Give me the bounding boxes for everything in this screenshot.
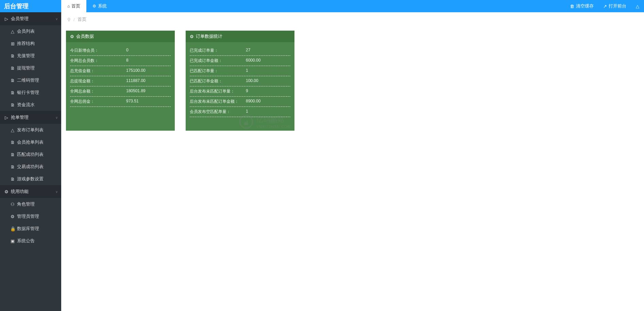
header-right: 🗑清空缓存↗打开前台△ [565,0,644,12]
home-icon: ⌂ [67,4,70,9]
gear-icon: ⚙ [92,4,96,9]
tab-1[interactable]: ⚙系统 [86,0,113,12]
tab-label: 首页 [71,3,80,9]
header-tabs: ⌂首页⚙系统 [61,0,565,12]
user-menu-button[interactable]: △ [631,0,644,12]
header-action-0[interactable]: 🗑清空缓存 [565,0,598,12]
user-icon: △ [636,4,639,9]
trash-icon: 🗑 [570,4,574,9]
tab-0[interactable]: ⌂首页 [61,0,86,12]
tab-label: 系统 [98,3,107,9]
header: 后台管理 ⌂首页⚙系统 🗑清空缓存↗打开前台△ [0,0,644,12]
header-action-1[interactable]: ↗打开前台 [598,0,631,12]
external-icon: ↗ [603,4,607,9]
logo[interactable]: 后台管理 [0,0,61,12]
header-action-label: 清空缓存 [576,3,594,9]
header-action-label: 打开前台 [609,3,626,9]
